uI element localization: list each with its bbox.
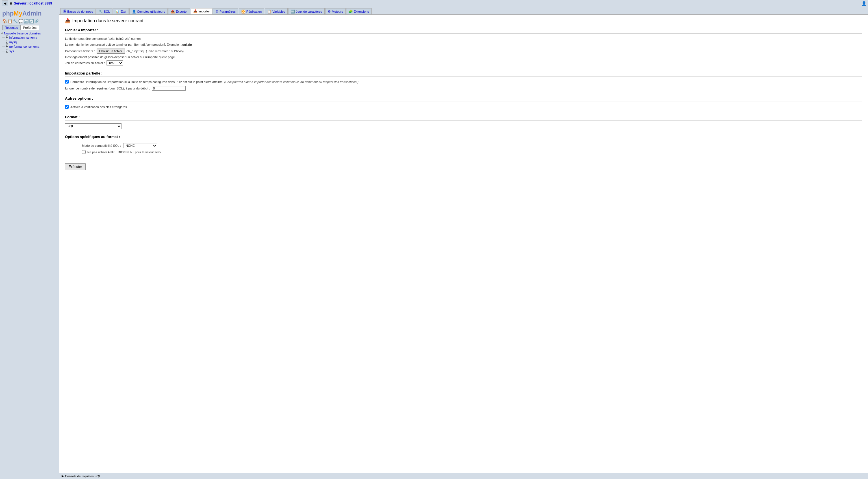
bottom-console-bar[interactable]: ▶ Console de requêtes SQL xyxy=(59,473,868,479)
section-file-header: Fichier à importer : xyxy=(65,28,862,34)
tab-status-icon: 📊 xyxy=(116,10,120,13)
tab-extensions[interactable]: 🧩 Extensions xyxy=(346,8,372,14)
tab-charsets[interactable]: 🔤 Jeux de caractères xyxy=(288,8,324,14)
db-folder-icon: 🗄 xyxy=(5,36,9,39)
charset-row: Jeu de caractères du fichier : utf-8 utf… xyxy=(65,60,862,66)
sql-icon[interactable]: 🔧 xyxy=(13,19,18,24)
skip-queries-row: Ignorer ce nombre de requêtes (pour SQL)… xyxy=(65,86,862,91)
db-information-schema[interactable]: ├─ 🗄 information_schema xyxy=(1,35,59,40)
allow-interrupt-label: Permettre l'interruption de l'importatio… xyxy=(70,79,359,84)
allow-interrupt-checkbox[interactable] xyxy=(65,80,69,83)
tab-status[interactable]: 📊 État xyxy=(113,8,129,14)
tab-settings-label: Paramètres xyxy=(220,10,236,13)
db-icon[interactable]: 📋 xyxy=(8,19,12,24)
tab-settings[interactable]: ⚙ Paramètres xyxy=(213,8,238,14)
section-file-import: Fichier à importer : Le fichier peut êtr… xyxy=(65,28,862,66)
tab-databases-label: Bases de données xyxy=(67,10,93,13)
choose-file-button[interactable]: Choisir un fichier xyxy=(97,48,125,54)
tab-extensions-label: Extensions xyxy=(354,10,369,13)
main-content: 📥 Importation dans le serveur courant Fi… xyxy=(59,15,868,473)
tab-charsets-icon: 🔤 xyxy=(291,10,295,13)
db-expand-icon-performance: ├─ xyxy=(1,45,5,48)
tab-settings-icon: ⚙ xyxy=(216,10,219,13)
tab-replication-icon: 🔀 xyxy=(241,10,246,13)
tab-accounts-icon: 👤 xyxy=(132,10,136,13)
section-other-options: Autres options : Activer la vérification… xyxy=(65,96,862,109)
tab-accounts-label: Comptes utilisateurs xyxy=(137,10,165,13)
tab-replication[interactable]: 🔀 Réplication xyxy=(239,8,264,14)
charset-select[interactable]: utf-8 utf-16 latin1 xyxy=(106,60,123,66)
charset-label: Jeu de caractères du fichier : xyxy=(65,61,105,65)
logo-admin: Admin xyxy=(22,10,41,17)
foreign-keys-label: Activer la vérification des clés étrangè… xyxy=(70,105,127,109)
section-format-content: CSV CSV using LOAD DATA JSON Mediawiki T… xyxy=(65,123,862,129)
db-mysql[interactable]: ├─ 🗄 mysql xyxy=(1,40,59,44)
tab-variables[interactable]: 📋 Variables xyxy=(265,8,288,14)
app-logo: phpMyAdmin xyxy=(0,8,59,19)
console-label: Console de requêtes SQL xyxy=(65,475,101,478)
foreign-keys-checkbox[interactable] xyxy=(65,105,69,109)
top-bar: ◀ 🖥 Serveur: localhost:8889 👤 xyxy=(0,0,868,7)
execute-button[interactable]: Exécuter xyxy=(65,164,86,170)
tab-sql[interactable]: 🔧 SQL xyxy=(96,8,113,14)
skip-queries-input[interactable] xyxy=(152,86,186,91)
tab-status-label: État xyxy=(121,10,126,13)
sidebar: phpMyAdmin 🏠 📋 🔧 💬 🔄 🔃 🔗 Récentes Préfér… xyxy=(0,7,59,479)
new-database-link[interactable]: Nouvelle base de données xyxy=(4,32,41,35)
auto-increment-code: AUTO_INCREMENT xyxy=(108,150,134,154)
tab-import[interactable]: 📥 Importer xyxy=(191,8,213,14)
foreign-keys-row: Activer la vérification des clés étrangè… xyxy=(65,105,862,109)
execute-section: Exécuter xyxy=(65,161,862,170)
skip-queries-label: Ignorer ce nombre de requêtes (pour SQL)… xyxy=(65,87,150,90)
sidebar-tabs: Récentes Préférées xyxy=(0,24,59,31)
section-file-content: Le fichier peut être compressé (gzip, bz… xyxy=(65,36,862,66)
file-info-text2: Le nom du fichier compressé doit se term… xyxy=(65,43,133,46)
section-partial-content: Permettre l'interruption de l'importatio… xyxy=(65,79,862,91)
home-icon[interactable]: 🏠 xyxy=(2,19,7,24)
db-expand-icon-mysql: ├─ xyxy=(1,41,5,43)
tab-extensions-icon: 🧩 xyxy=(349,10,353,13)
section-other-content: Activer la vérification des clés étrangè… xyxy=(65,105,862,109)
tab-variables-label: Variables xyxy=(272,10,285,13)
chat-icon[interactable]: 💬 xyxy=(19,19,23,24)
database-tree: ⊕ Nouvelle base de données ├─ 🗄 informat… xyxy=(0,31,59,54)
favorites-tab[interactable]: Préférées xyxy=(20,25,39,30)
db-performance-schema[interactable]: ├─ 🗄 performance_schema xyxy=(1,44,59,49)
page-title-icon: 📥 xyxy=(65,18,71,24)
tab-databases-icon: 🗄 xyxy=(63,10,66,13)
tab-databases[interactable]: 🗄 Bases de données xyxy=(60,8,95,14)
compat-mode-select[interactable]: NONE ANSI DB2 MAXDB MYSQL323 MYSQL40 MSS… xyxy=(123,143,157,148)
server-icon: 🖥 xyxy=(9,1,13,5)
new-database-item[interactable]: ⊕ Nouvelle base de données xyxy=(1,31,59,35)
file-info-line2: Le nom du fichier compressé doit se term… xyxy=(65,42,862,47)
tab-engines-icon: ⚙ xyxy=(328,10,331,13)
server-link[interactable]: Serveur: localhost:8889 xyxy=(14,1,52,5)
db-link-information-schema[interactable]: information_schema xyxy=(9,36,37,39)
page-title-text: Importation dans le serveur courant xyxy=(72,19,144,24)
sidebar-icons: 🏠 📋 🔧 💬 🔄 🔃 🔗 xyxy=(0,19,59,24)
file-info-example-val: .sql.zip xyxy=(181,43,192,46)
db-link-sys[interactable]: sys xyxy=(9,49,14,53)
auto-increment-label: Ne pas utiliser AUTO_INCREMENT pour la v… xyxy=(87,150,161,155)
sync-icon[interactable]: 🔄 xyxy=(24,19,29,24)
tab-accounts[interactable]: 👤 Comptes utilisateurs xyxy=(129,8,168,14)
new-db-icon: ⊕ xyxy=(1,32,3,35)
section-format: Format : CSV CSV using LOAD DATA JSON Me… xyxy=(65,115,862,129)
compat-mode-label: Mode de compatibilité SQL : xyxy=(82,144,121,147)
section-format-options: Options spécifiques au format : Mode de … xyxy=(65,135,862,155)
db-link-performance-schema[interactable]: performance_schema xyxy=(9,45,39,48)
reload-icon[interactable]: 🔃 xyxy=(29,19,34,24)
tab-engines[interactable]: ⚙ Moteurs xyxy=(325,8,346,14)
format-select[interactable]: CSV CSV using LOAD DATA JSON Mediawiki T… xyxy=(65,123,122,129)
file-browse-row: Parcourir les fichiers : Choisir un fich… xyxy=(65,48,862,54)
db-link-mysql[interactable]: mysql xyxy=(9,40,18,44)
section-partial-header: Importation partielle : xyxy=(65,71,862,77)
recent-tab[interactable]: Récentes xyxy=(2,25,20,30)
db-sys[interactable]: └─ 🗄 sys xyxy=(1,49,59,53)
back-button[interactable]: ◀ xyxy=(2,1,8,6)
db-folder-icon-sys: 🗄 xyxy=(5,49,9,53)
db-expand-icon-sys: └─ xyxy=(1,50,5,53)
tab-export[interactable]: 📤 Exporter xyxy=(168,8,190,14)
auto-increment-checkbox[interactable] xyxy=(82,150,86,154)
file-info-line1: Le fichier peut être compressé (gzip, bz… xyxy=(65,36,862,41)
